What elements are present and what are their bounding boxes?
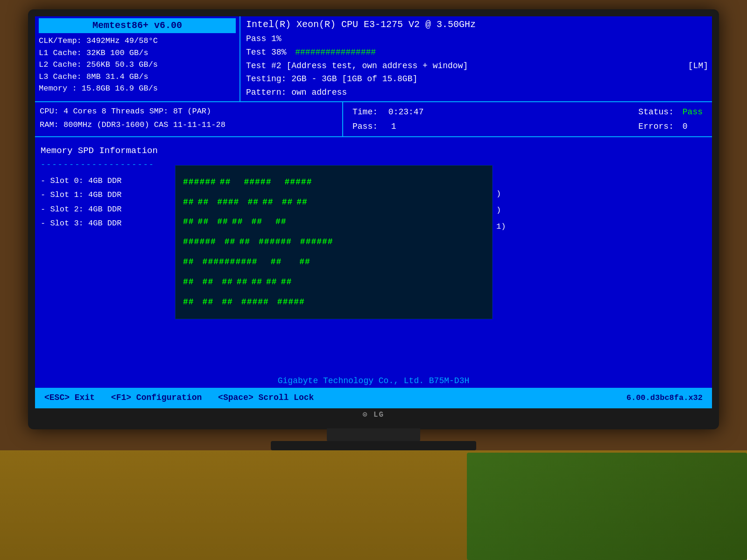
gigabyte-info: Gigabyte Technology Co., Ltd. B75M-D3H [35, 375, 712, 387]
slot3-text: - Slot 3: 4GB DDR [41, 219, 121, 228]
status-col: Status: Pass Errors: 0 [638, 105, 703, 133]
monitor-stand [327, 428, 420, 442]
test-num: Test #2 [Address test, own address + win… [246, 61, 468, 70]
pattern-line: Pattern: own address [246, 86, 706, 99]
left-panel: Memtest86+ v6.00 CLK/Temp: 3492MHz 49/58… [35, 16, 240, 101]
test-pct: Test 38% [246, 48, 286, 57]
errors-value: 0 [683, 122, 688, 131]
footer-esc[interactable]: <ESC> Exit [44, 393, 95, 402]
slot2-text: - Slot 2: 4GB DDR [41, 205, 121, 214]
spd-title: Memory SPD Information [41, 145, 706, 157]
status-label: Status: [638, 107, 674, 117]
errors-label: Errors: [638, 122, 674, 131]
slot2-suffix: 1) [496, 221, 506, 232]
slot0-text: - Slot 0: 4GB DDR [41, 176, 121, 185]
pass-pct: Pass 1% [246, 32, 706, 46]
pattern-row-5: ## ########## ## ## [183, 257, 485, 267]
pattern-row-2: ## ## #### ## ## ## ## [183, 197, 485, 208]
status-line: Status: Pass [638, 105, 703, 119]
l3-cache: L3 Cache: 8MB 31.4 GB/s [39, 71, 236, 83]
top-section: Memtest86+ v6.00 CLK/Temp: 3492MHz 49/58… [35, 16, 712, 102]
testing-range: Testing: 2GB - 3GB [1GB of 15.8GB] [246, 72, 706, 86]
slot0-suffix: ) [496, 189, 501, 200]
cpu-info: CPU: 4 Cores 8 Threads SMP: 8T (PAR) [40, 105, 338, 119]
l1-cache: L1 Cache: 32KB 100 GB/s [39, 47, 236, 59]
monitor-outer: Memtest86+ v6.00 CLK/Temp: 3492MHz 49/58… [28, 9, 719, 429]
memory-speed: Memory : 15.8GB 16.9 GB/s [39, 83, 236, 95]
test-hashes: ################ [295, 48, 376, 57]
pattern-row-7: ## ## ## ##### ##### [183, 297, 485, 308]
footer-f1[interactable]: <F1> Configuration [111, 393, 202, 402]
errors-line: Errors: 0 [638, 119, 703, 134]
time-label: Time: [352, 107, 378, 117]
pattern-row-4: ###### ## ## ###### ###### [183, 237, 485, 247]
pass-label: Pass 1% [246, 34, 282, 43]
footer-version: 6.00.d3bc8fa.x32 [627, 392, 703, 404]
cpu-ram-panel: CPU: 4 Cores 8 Threads SMP: 8T (PAR) RAM… [35, 102, 343, 136]
slot1-suffix: ) [496, 205, 501, 216]
clk-temp: CLK/Temp: 3492MHz 49/58°C [39, 35, 236, 47]
pattern-visualization: ###### ## ##### ##### ## ## #### ## ## #… [175, 165, 493, 319]
right-panel: Intel(R) Xeon(R) CPU E3-1275 V2 @ 3.50GH… [240, 16, 712, 101]
pattern-row-3: ## ## ## ## ## ## [183, 217, 485, 227]
test-num-line: Test #2 [Address test, own address + win… [246, 59, 706, 73]
ram-info: RAM: 800MHz (DDR3-1600) CAS 11-11-11-28 [40, 119, 338, 132]
memtest-title: Memtest86+ v6.00 [39, 18, 236, 33]
time-status-panel: Time: 0:23:47 Pass: 1 Status: Pass Error… [343, 102, 712, 136]
screen: Memtest86+ v6.00 CLK/Temp: 3492MHz 49/58… [35, 16, 712, 408]
pass-line: Pass: 1 [352, 119, 423, 134]
pass-count-label: Pass: [352, 122, 378, 131]
time-col: Time: 0:23:47 Pass: 1 [352, 105, 423, 133]
monitor-base [271, 441, 476, 450]
time-line: Time: 0:23:47 [352, 105, 423, 119]
l2-cache: L2 Cache: 256KB 50.3 GB/s [39, 59, 236, 71]
pattern-row-1: ###### ## ##### ##### [183, 177, 485, 188]
mid-section: CPU: 4 Cores 8 Threads SMP: 8T (PAR) RAM… [35, 102, 712, 137]
pass-count-value: 1 [391, 122, 396, 131]
test-pct-line: Test 38% ################ [246, 46, 706, 59]
pcb-board [467, 453, 747, 560]
pattern-row-6: ## ## ## ## ## ## ## [183, 277, 485, 287]
monitor-logo: ⊙ LG [331, 410, 416, 419]
spd-section: Memory SPD Information -----------------… [35, 137, 712, 235]
slot1-text: - Slot 1: 4GB DDR [41, 190, 121, 199]
status-value: Pass [683, 107, 703, 117]
lm-badge: [LM] [688, 59, 708, 73]
time-value: 0:23:47 [388, 107, 424, 117]
footer-space[interactable]: <Space> Scroll Lock [218, 393, 314, 402]
cpu-title: Intel(R) Xeon(R) CPU E3-1275 V2 @ 3.50GH… [246, 18, 706, 31]
footer-bar: <ESC> Exit <F1> Configuration <Space> Sc… [35, 388, 712, 408]
footer-left: <ESC> Exit <F1> Configuration <Space> Sc… [44, 392, 314, 404]
